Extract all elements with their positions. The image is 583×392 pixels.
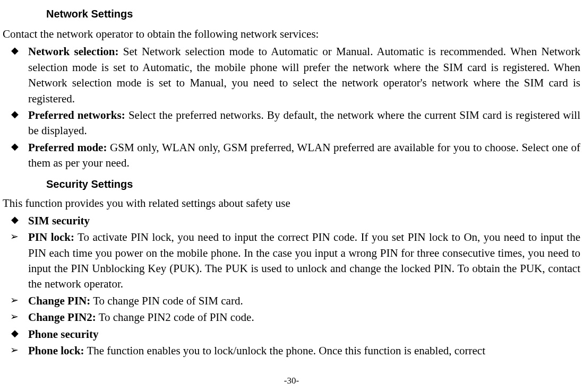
list-item: Change PIN2: To change PIN2 code of PIN … <box>3 310 580 325</box>
item-label: PIN lock: <box>28 231 74 243</box>
item-label: Phone lock: <box>28 344 84 357</box>
item-text: The function enables you to lock/unlock … <box>84 344 485 357</box>
item-text: To activate PIN lock, you need to input … <box>28 231 580 290</box>
security-bullet-list: SIM security PIN lock: To activate PIN l… <box>3 213 580 359</box>
heading-network-settings: Network Settings <box>46 6 580 21</box>
list-item: Preferred networks: Select the preferred… <box>3 108 580 139</box>
item-text: To change PIN2 code of PIN code. <box>96 311 254 324</box>
list-item: Preferred mode: GSM only, WLAN only, GSM… <box>3 140 580 171</box>
network-intro-text: Contact the network operator to obtain t… <box>3 27 580 42</box>
list-item: Change PIN: To change PIN code of SIM ca… <box>3 293 580 309</box>
page-number: -30- <box>0 374 583 387</box>
item-label: Change PIN2: <box>28 311 96 324</box>
list-item: Network selection: Set Network selection… <box>3 44 580 107</box>
item-text: GSM only, WLAN only, GSM preferred, WLAN… <box>28 141 580 169</box>
network-bullet-list: Network selection: Set Network selection… <box>3 44 580 171</box>
heading-security-settings: Security Settings <box>46 177 580 191</box>
security-intro-text: This function provides you with related … <box>3 196 580 211</box>
item-label: Preferred networks: <box>28 109 125 121</box>
list-item: Phone lock: The function enables you to … <box>3 343 580 359</box>
item-text: To change PIN code of SIM card. <box>90 294 243 307</box>
item-label: SIM security <box>28 214 90 227</box>
list-item: SIM security <box>3 213 580 229</box>
list-item: PIN lock: To activate PIN lock, you need… <box>3 230 580 292</box>
item-label: Phone security <box>28 328 98 341</box>
list-item: Phone security <box>3 327 580 342</box>
item-label: Network selection: <box>28 45 118 58</box>
item-label: Preferred mode: <box>28 141 107 154</box>
item-label: Change PIN: <box>28 294 90 307</box>
